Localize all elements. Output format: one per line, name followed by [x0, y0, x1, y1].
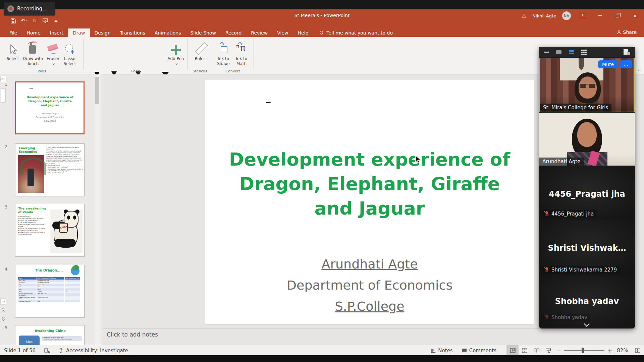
normal-view-button[interactable]	[506, 345, 519, 356]
thumbnail-scrollbar-thumb[interactable]	[95, 77, 99, 104]
participant-tile-shristi[interactable]: Shristi Vishwak… Shristi Vishwakarma 227…	[539, 220, 635, 276]
touch-hand-icon	[27, 42, 39, 55]
slide-subtitle-text[interactable]: Arundhati Agte Department of Economics S…	[205, 254, 534, 317]
scroll-down-button[interactable]	[0, 298, 6, 305]
comments-button[interactable]: Comments	[462, 348, 496, 354]
tab-record[interactable]: Record	[221, 28, 246, 37]
thumbnail-slide-4[interactable]: The Dragon….. YearGDP Per Capita(PPP) bi…	[15, 265, 85, 318]
expand-chevron-icon[interactable]	[584, 321, 590, 327]
more-options-button[interactable]: …	[620, 60, 632, 68]
list-item: • Since 1980s new developments in the wo…	[46, 146, 83, 150]
slide-sorter-view-button[interactable]	[519, 345, 531, 356]
next-slide-button[interactable]	[0, 315, 6, 321]
strip-view-icon[interactable]	[569, 50, 574, 54]
tab-slideshow[interactable]: Slide Show	[186, 28, 221, 37]
group-label-tools: Tools	[21, 69, 62, 73]
scroll-up-button[interactable]	[0, 76, 6, 82]
zoom-window-header[interactable]	[539, 47, 635, 57]
lasso-select-button[interactable]: Lasso Select	[61, 39, 78, 66]
notes-placeholder[interactable]: Click to add notes	[107, 331, 158, 338]
notes-button[interactable]: Notes	[431, 348, 452, 354]
thumbnail-slide-2[interactable]: Emerging Economies • Since 1980s new dev…	[15, 143, 85, 196]
gallery-grid-icon[interactable]	[581, 50, 587, 55]
ribbon-display-options-button[interactable]	[577, 11, 588, 20]
eraser-button[interactable]: Eraser	[44, 39, 62, 66]
mute-button[interactable]: Mute	[598, 60, 618, 68]
thumbnail-slide-1[interactable]: Development experience of Dragon, Elepha…	[15, 81, 85, 134]
restore-button[interactable]	[612, 11, 623, 20]
notes-divider[interactable]	[103, 328, 637, 329]
table-row: 1977Approx 3137.6	[18, 284, 80, 286]
tab-review[interactable]: Review	[246, 28, 272, 37]
tab-view[interactable]: View	[272, 28, 293, 37]
slideshow-view-button[interactable]	[543, 345, 555, 356]
list-item: • Poverty head count ratio stands at 0.6…	[18, 232, 49, 236]
spellcheck-icon[interactable]	[44, 348, 50, 353]
zoom-slider[interactable]	[564, 350, 604, 351]
slide-title-text[interactable]: Development experience of Dragon, Elepha…	[205, 147, 534, 221]
ruler-button[interactable]: Ruler	[191, 39, 209, 61]
zoom-level[interactable]: 82%	[614, 348, 631, 354]
tab-design[interactable]: Design	[90, 28, 115, 37]
add-pen-button[interactable]: Add Pen	[167, 39, 184, 66]
warning-icon[interactable]: ⚠	[522, 13, 526, 19]
slide-canvas[interactable]: Development experience of Dragon, Elepha…	[205, 80, 534, 324]
redo-icon[interactable]: ↻	[32, 18, 38, 24]
slide-number-4: 4	[5, 266, 7, 272]
tab-home[interactable]: Home	[22, 28, 45, 37]
save-icon[interactable]	[10, 18, 16, 24]
start-slideshow-icon[interactable]	[42, 18, 48, 24]
slide5-bullets: • Communist party rule since 1949• The G…	[42, 336, 82, 341]
table-row: YearGDP Per Capita(PPP) billionsGDP grow…	[18, 277, 80, 280]
close-button[interactable]: ✕	[629, 11, 641, 20]
fit-slide-to-window-button[interactable]	[631, 345, 644, 356]
speaker-view-icon[interactable]	[556, 50, 561, 54]
tab-draw[interactable]: Draw	[68, 28, 90, 37]
select-button[interactable]: Select	[4, 39, 21, 61]
tab-insert[interactable]: Insert	[45, 28, 68, 37]
tab-file[interactable]: File	[5, 28, 22, 37]
thumbnail-slide-5[interactable]: Awakening China Mao • Communist party ru…	[15, 325, 85, 345]
zoom-slider-thumb[interactable]	[582, 348, 584, 353]
title-bar: ↶ ↻ ▬ St.Meera's - PowerPoint ⚠ Nikhil A…	[0, 9, 644, 28]
accessibility-icon	[59, 348, 64, 353]
collapse-ribbon-chevron[interactable]	[637, 68, 643, 73]
eraser-icon	[47, 44, 59, 55]
tab-help[interactable]: Help	[293, 28, 313, 37]
add-pen-plus-icon	[171, 45, 181, 55]
participant-video-arundhati[interactable]: Arundhati Agte	[539, 113, 635, 166]
ink-to-math-button[interactable]: ↷ππ Ink to Math	[233, 39, 250, 66]
thumbnail-slide-3[interactable]: The aweakening of Panda • World's factor…	[15, 204, 85, 257]
zoom-minimize-icon[interactable]	[544, 52, 549, 53]
table-row: 200029018.5	[18, 286, 80, 288]
gdp-table: YearGDP Per Capita(PPP) billionsGDP grow…	[18, 277, 80, 302]
ink-to-shape-button[interactable]: ↷ Ink to Shape	[215, 39, 232, 66]
previous-slide-button[interactable]	[0, 307, 6, 313]
slide-number-3: 3	[5, 204, 7, 209]
zoom-in-button[interactable]: +	[606, 347, 614, 354]
reading-view-button[interactable]	[531, 345, 543, 356]
accessibility-status[interactable]: Accessibility: Investigate	[59, 348, 128, 354]
notes-icon	[431, 348, 436, 353]
participant-display-name: 4456_Pragati jha	[539, 189, 635, 199]
customize-qat-icon[interactable]: ▬	[53, 18, 59, 24]
tab-transitions[interactable]: Transitions	[115, 28, 150, 37]
thumbnail-scrollbar[interactable]	[95, 74, 100, 345]
undo-icon[interactable]: ↶	[21, 18, 27, 24]
participant-tile-pragati[interactable]: 4456_Pragati jha 4456_Pragati jha	[539, 166, 635, 220]
avatar[interactable]: NA	[562, 11, 571, 20]
mao-box: Mao	[19, 336, 40, 345]
account-name[interactable]: Nikhil Agte	[532, 13, 556, 18]
minimize-button[interactable]	[594, 11, 606, 20]
titlebar-right: ⚠ Nikhil Agte NA ✕	[522, 11, 641, 20]
participant-video-st-miras[interactable]: Mute … St. Mira's College for Girls	[539, 58, 635, 112]
zoom-out-button[interactable]: −	[555, 347, 563, 354]
scrollbar-thumb[interactable]	[1, 88, 6, 103]
tab-animations[interactable]: Animations	[150, 28, 186, 37]
draw-with-touch-button[interactable]: Draw with Touch	[21, 39, 45, 66]
participant-tile-shobha[interactable]: Shobha yadav Shobha yadav	[539, 276, 635, 328]
layout-icon[interactable]	[624, 49, 630, 55]
share-button[interactable]: Share	[617, 29, 637, 35]
tell-me-box[interactable]: Tell me what you want to do	[319, 28, 393, 37]
table-row: 2014122057.3	[18, 288, 80, 291]
